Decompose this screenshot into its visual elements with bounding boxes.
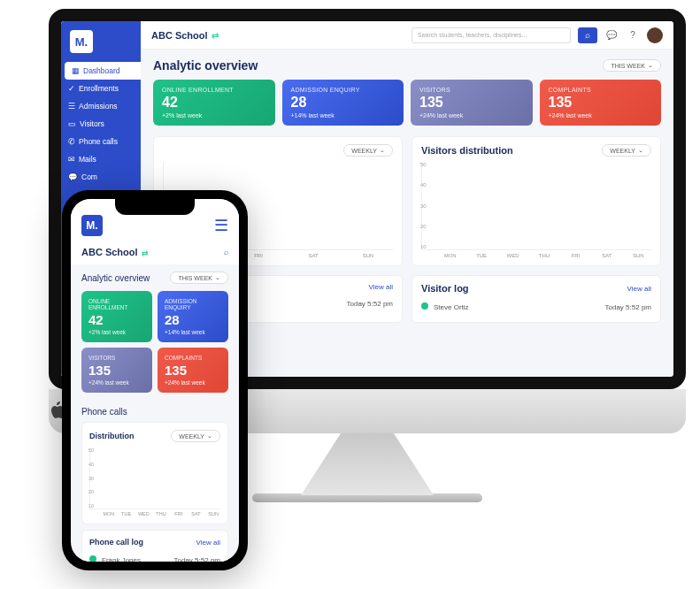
help-icon: ? <box>630 30 635 40</box>
avatar[interactable] <box>647 27 663 43</box>
imac-stand <box>301 433 434 495</box>
log-time: Today 5:52 pm <box>605 303 651 311</box>
card-value: 28 <box>291 95 396 111</box>
x-label: MON <box>102 511 116 516</box>
swap-icon: ⇄ <box>212 31 219 41</box>
phone-icon: ✆ <box>68 137 75 146</box>
caller-name: Frank Jones <box>102 556 141 562</box>
list-icon: ☰ <box>68 102 75 111</box>
sidebar-item-com[interactable]: 💬Com <box>61 168 141 186</box>
mobile-chart: 5040302010 <box>89 447 220 509</box>
panel-title: Phone call log <box>89 538 143 547</box>
log-row[interactable]: Frank Jones Today 5:52 pm <box>89 552 220 562</box>
card-value: 42 <box>88 312 145 327</box>
stat-card[interactable]: ADMISSION ENQUIRY 28 +14% last week <box>158 291 228 342</box>
x-label: THU <box>531 253 557 258</box>
card-value: 28 <box>165 312 221 327</box>
card-sub: +24% last week <box>549 112 653 119</box>
card-value: 135 <box>419 95 524 111</box>
card-value: 135 <box>549 95 653 111</box>
period-filter[interactable]: THIS WEEK⌄ <box>603 59 661 72</box>
x-label: WED <box>136 511 150 516</box>
chevron-down-icon: ⌄ <box>207 432 212 440</box>
search-icon: ⌕ <box>585 30 590 40</box>
sidebar-item-label: Mails <box>79 155 96 164</box>
swap-icon: ⇄ <box>142 249 149 257</box>
sidebar-item-label: Phone calls <box>79 137 118 146</box>
period-filter[interactable]: THIS WEEK⌄ <box>170 272 228 284</box>
sidebar-item-label: Com <box>81 172 97 181</box>
stat-card[interactable]: ONLINE ENROLLMENT 42 +2% last week <box>153 80 275 126</box>
hamburger-icon: ☰ <box>214 217 228 234</box>
school-switcher[interactable]: ABC School⇄ <box>151 30 219 41</box>
school-switcher[interactable]: ABC School⇄ <box>81 247 149 257</box>
card-title: COMPLAINTS <box>165 355 221 361</box>
page-title: Analytic overview <box>153 58 258 73</box>
panel-title: Visitors distribution <box>421 145 513 156</box>
chat-button[interactable]: 💬 <box>604 28 619 42</box>
stat-card[interactable]: ONLINE ENROLLMENT 42 +2% last week <box>81 291 152 342</box>
view-all-link[interactable]: View all <box>369 283 393 291</box>
view-all-link[interactable]: View all <box>627 285 651 293</box>
app-logo[interactable]: M. <box>81 215 103 236</box>
stat-card[interactable]: COMPLAINTS 135 +24% last week <box>158 348 228 393</box>
sidebar-item-admissions[interactable]: ☰Admissions <box>61 97 141 115</box>
status-dot <box>421 302 428 310</box>
x-label: TUE <box>468 253 494 258</box>
app-logo[interactable]: M. <box>70 30 93 53</box>
grid-icon: ▦ <box>72 66 80 75</box>
help-button[interactable]: ? <box>626 28 640 42</box>
id-icon: ▭ <box>68 119 76 128</box>
iphone-screen: M. ☰ ABC School⇄ ⌕ Analytic overview THI… <box>71 199 239 562</box>
search-icon: ⌕ <box>224 248 228 256</box>
stat-card[interactable]: VISITORS 135 +24% last week <box>81 348 152 393</box>
weekly-filter[interactable]: WEEKLY⌄ <box>343 144 393 157</box>
card-title: VISITORS <box>88 355 145 361</box>
stat-card[interactable]: VISITORS 135 +24% last week <box>411 80 533 126</box>
visitors-panel: Visitors distribution WEEKLY⌄ 5040302010… <box>412 136 661 266</box>
sidebar-item-visitors[interactable]: ▭Visitors <box>61 115 141 133</box>
log-time: Today 5:52 pm <box>347 300 393 308</box>
menu-button[interactable]: ☰ <box>214 216 228 235</box>
search-button[interactable]: ⌕ <box>578 27 597 43</box>
sidebar-item-dashboard[interactable]: ▦Dashboard <box>65 62 141 80</box>
x-label: SUN <box>206 511 220 516</box>
sidebar-item-phone-calls[interactable]: ✆Phone calls <box>61 133 141 150</box>
stat-card[interactable]: ADMISSION ENQUIRY 28 +14% last week <box>282 80 404 126</box>
stat-cards: ONLINE ENROLLMENT 42 +2% last weekADMISS… <box>81 291 228 393</box>
sidebar-item-label: Admissions <box>79 102 117 111</box>
period-filter-label: THIS WEEK <box>611 63 645 69</box>
visitors-chart: 5040302010 <box>421 162 651 250</box>
card-title: ONLINE ENROLLMENT <box>162 87 266 93</box>
sidebar-item-enrollments[interactable]: ✓Enrollments <box>61 80 141 97</box>
log-row[interactable]: Steve Ortiz Today 5:52 pm <box>421 299 651 315</box>
chevron-down-icon: ⌄ <box>215 274 220 281</box>
stat-cards: ONLINE ENROLLMENT 42 +2% last weekADMISS… <box>153 80 661 126</box>
sidebar-item-label: Dashboard <box>83 66 120 75</box>
chevron-down-icon: ⌄ <box>380 147 385 154</box>
card-sub: +14% last week <box>291 112 396 119</box>
card-title: COMPLAINTS <box>549 87 653 93</box>
log-time: Today 5:52 pm <box>174 556 220 562</box>
chevron-down-icon: ⌄ <box>648 62 653 69</box>
card-title: ADMISSION ENQUIRY <box>165 298 221 310</box>
check-icon: ✓ <box>68 84 75 93</box>
sidebar-item-mails[interactable]: ✉Mails <box>61 150 141 168</box>
stat-card[interactable]: COMPLAINTS 135 +24% last week <box>540 80 662 126</box>
x-label: SUN <box>343 253 393 258</box>
topbar: ABC School⇄ Search students, teachers, d… <box>141 21 673 50</box>
card-sub: +14% last week <box>165 329 221 335</box>
mail-icon: ✉ <box>68 155 75 164</box>
x-label: THU <box>154 511 168 516</box>
search-button[interactable]: ⌕ <box>224 248 228 256</box>
weekly-filter[interactable]: WEEKLY⌄ <box>171 430 220 442</box>
chat-icon: 💬 <box>606 30 617 40</box>
search-input[interactable]: Search students, teachers, disciplines..… <box>412 27 571 43</box>
visitor-name: Steve Ortiz <box>434 303 469 311</box>
weekly-filter[interactable]: WEEKLY⌄ <box>602 144 651 157</box>
call-log-panel: Phone call log View all Frank Jones Toda… <box>81 530 228 562</box>
panel-title: Visitor log <box>421 283 469 294</box>
view-all-link[interactable]: View all <box>196 539 220 547</box>
status-dot <box>89 555 96 562</box>
x-label: FRI <box>563 253 588 258</box>
